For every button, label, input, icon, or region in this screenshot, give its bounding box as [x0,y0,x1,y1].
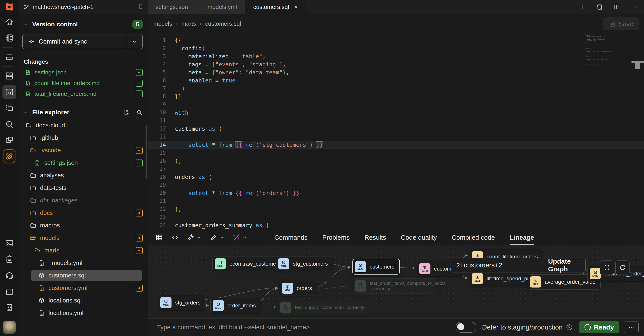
activity-terminal-icon[interactable] [2,235,16,251]
activity-home-icon[interactable] [2,14,16,30]
file-tree-item[interactable]: analyses [19,169,148,182]
lineage-node-test_supply[interactable]: TSTtest_supply_costs_sum_correctly [278,300,369,315]
new-file-icon[interactable] [123,109,130,116]
activity-window-select-icon[interactable] [2,100,16,116]
file-tree-item[interactable]: docs [19,207,148,219]
code-lines[interactable]: 1{{2 config(3 materialized = "table",4 t… [148,36,644,229]
lineage-node-ecom.raw_customers[interactable]: SRCecom.raw_customers [212,256,286,272]
lineage-selector-input[interactable] [451,258,548,273]
file-tree-item[interactable]: docs-cloud [19,119,148,132]
update-graph-button[interactable]: Update Graph [548,258,586,273]
command-bar-more-button[interactable] [624,321,639,333]
code-line: 4 tags = ["events", "staging"], [148,60,644,68]
branch-header[interactable]: matthewshaver-patch-1 [19,0,148,14]
breadcrumb-item[interactable]: marts [181,20,196,27]
breadcrumb-item[interactable]: models [154,20,172,27]
line-number: 7 [148,85,175,92]
activity-notebook-icon[interactable] [2,30,16,46]
editor-scrollbar[interactable] [632,61,644,63]
commit-and-sync-main[interactable]: Commit and sync [22,34,126,49]
stage-file-button[interactable] [136,80,143,87]
file-tree-item[interactable]: macros [19,219,148,232]
search-icon[interactable] [136,109,143,116]
dbt-logo[interactable] [0,0,19,14]
editor-tab[interactable]: _models.yml [196,0,245,14]
database-icon: SRC [215,258,226,270]
panel-tab-compiled-code[interactable]: Compiled code [452,230,495,245]
status-badge[interactable]: Ready [579,321,620,333]
commit-options-button[interactable] [126,34,142,49]
code-line: 3 materialized = "table", [148,52,644,60]
stage-file-button[interactable] [136,69,143,76]
sidebar-scrollbar[interactable] [146,125,147,179]
activity-dbt-atom-icon[interactable] [2,148,16,164]
file-tree-item[interactable]: .vscode [19,144,148,157]
activity-stack-icon[interactable] [2,49,16,65]
file-tree-item[interactable]: _models.yml [19,257,148,269]
file-tree-item[interactable]: data-tests [19,182,148,194]
lineage-node-label: customers [370,264,394,270]
lineage-node-customers_model[interactable]: MDLcustomers [352,259,400,275]
panel-tab-commands[interactable]: Commands [274,230,308,245]
file-tree-item[interactable]: marts [19,244,148,257]
file-tree-item[interactable]: locations.yml [19,307,148,319]
results-table-button[interactable] [155,234,163,242]
file-tree-item[interactable]: models [19,232,148,244]
panel-tab-lineage[interactable]: Lineage [510,230,534,245]
stage-file-button[interactable] [136,90,143,97]
editor-tab[interactable]: customers.sql [245,0,306,14]
folder-icon [30,172,36,179]
refresh-graph-button[interactable] [616,261,630,275]
file-tree-item[interactable]: settings.json [19,157,148,169]
file-name: analyses [40,172,143,179]
commit-and-sync-button[interactable]: Commit and sync [22,34,143,49]
lineage-node-stg_customers[interactable]: MDLstg_customers [276,256,333,272]
panel-tab-code-quality[interactable]: Code quality [401,230,437,245]
activity-code-editor-icon[interactable] [2,84,16,100]
new-tab-icon[interactable] [579,3,586,10]
user-avatar[interactable] [3,321,16,334]
more-icon[interactable] [630,3,637,10]
lineage-node-test_order_items[interactable]: TSTtest_order_items_compute_to_bools _co… [353,278,436,294]
lineage-node-orders[interactable]: MDLorders [280,281,317,296]
lineage-node-order_items[interactable]: MDLorder_items [210,298,261,313]
breadcrumb-item[interactable]: customers.sql [205,20,241,27]
file-tree-item[interactable]: customers.yml [19,282,148,294]
activity-headset-icon[interactable] [2,267,16,284]
close-icon[interactable] [293,4,298,9]
split-editor-icon[interactable] [613,3,620,10]
activity-dashboard-icon[interactable] [2,68,16,84]
lineage-canvas[interactable]: SRCecom.raw_customersMDLstg_customersMDL… [148,245,644,318]
minimap[interactable]: {{ config( materialized = "table", tags … [585,33,619,66]
copy-branch-icon[interactable] [137,4,143,10]
build-tools-button[interactable] [186,234,202,242]
help-icon[interactable] [566,324,573,331]
lineage-node-stg_orders[interactable]: MDLstg_orders [158,295,206,310]
changed-file[interactable]: total_lifetime_orders.md [19,88,148,99]
format-button[interactable] [209,234,224,242]
activity-docs-book-icon[interactable] [2,284,16,300]
file-tree-item[interactable]: dbt_packages [19,194,148,207]
save-button[interactable]: Save [603,17,639,30]
code-editor[interactable]: models›marts›customers.sql Save 1{{2 con… [148,14,644,230]
ai-assist-button[interactable] [232,234,247,242]
file-explorer-header[interactable]: File explorer [19,105,148,119]
defer-toggle[interactable] [456,322,476,333]
version-control-header[interactable]: Version control 5 [19,14,148,31]
file-tree-item[interactable]: .github [19,132,148,144]
changed-file[interactable]: count_lifetime_orders.md [19,78,148,88]
editor-tab[interactable]: settings.json [148,0,196,14]
fullscreen-button[interactable] [600,261,614,275]
notebook-icon[interactable] [596,3,603,10]
panel-tab-results[interactable]: Results [364,230,386,245]
file-tree-item[interactable]: locations.sql [19,294,148,307]
activity-building-icon[interactable] [2,300,16,316]
activity-windows-icon[interactable] [2,132,16,148]
panel-tab-problems[interactable]: Problems [322,230,350,245]
activity-query-analysis-icon[interactable] [2,116,16,132]
activity-clipboard-icon[interactable] [2,251,16,267]
command-input[interactable] [156,324,456,331]
file-tree-item[interactable]: customers.sql [19,269,148,282]
changed-file[interactable]: settings.json [19,67,148,78]
code-preview-button[interactable] [171,234,179,242]
